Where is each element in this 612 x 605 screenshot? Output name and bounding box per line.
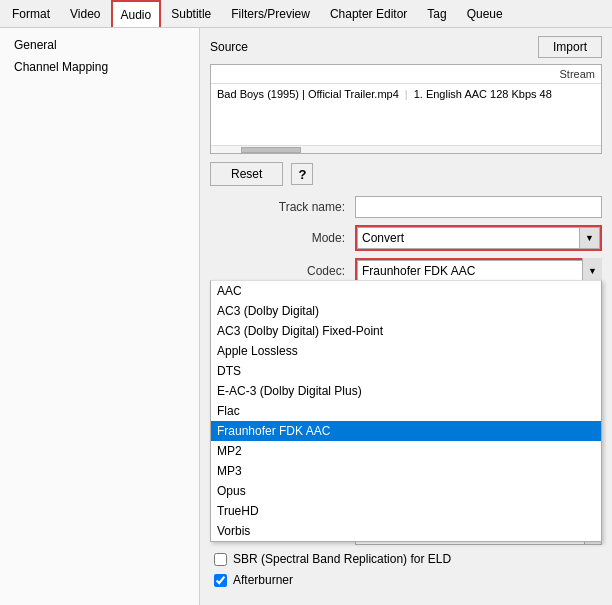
codec-select-header[interactable]: Fraunhofer FDK AAC ▼ [357,260,600,282]
source-stream-header: Stream [211,65,601,84]
codec-option-ac3[interactable]: AC3 (Dolby Digital) [211,301,601,321]
afterburner-checkbox[interactable] [214,574,227,587]
track-name-label: Track name: [210,200,355,214]
source-file-row: Bad Boys (1995) | Official Trailer.mp4 |… [211,84,601,104]
codec-label: Codec: [210,264,355,278]
codec-option-mp3[interactable]: MP3 [211,461,601,481]
codec-dropdown-list: AAC AC3 (Dolby Digital) AC3 (Dolby Digit… [210,280,602,542]
reset-row: Reset ? [210,162,602,186]
mode-select-arrow: ▼ [579,228,599,248]
source-header: Source Import [210,36,602,58]
scrollbar-thumb[interactable] [241,147,301,153]
codec-option-ac3-fixed[interactable]: AC3 (Dolby Digital) Fixed-Point [211,321,601,341]
menu-queue[interactable]: Queue [457,0,513,27]
menu-tag[interactable]: Tag [417,0,456,27]
codec-control: Fraunhofer FDK AAC ▼ AAC AC3 (Dolby Digi… [355,258,602,284]
track-name-input[interactable] [355,196,602,218]
codec-option-dts[interactable]: DTS [211,361,601,381]
mode-select[interactable]: Convert ▼ [357,227,600,249]
codec-option-truehd[interactable]: TrueHD [211,501,601,521]
horizontal-scrollbar[interactable] [211,145,601,153]
codec-section-wrapper: Codec: Fraunhofer FDK AAC ▼ AAC AC3 (Dol… [210,258,602,284]
codec-selected-value: Fraunhofer FDK AAC [362,264,475,278]
menu-video[interactable]: Video [60,0,110,27]
sidebar: General Channel Mapping [0,28,200,605]
sbd-eld-row: SBR (Spectral Band Replication) for ELD [210,552,602,566]
help-button[interactable]: ? [291,163,313,185]
codec-option-fraunhofer[interactable]: Fraunhofer FDK AAC [211,421,601,441]
sbd-eld-checkbox[interactable] [214,553,227,566]
codec-option-apple-lossless[interactable]: Apple Lossless [211,341,601,361]
mode-value: Convert [362,231,595,245]
main-layout: General Channel Mapping Source Import St… [0,28,612,605]
menu-chapter-editor[interactable]: Chapter Editor [320,0,417,27]
content-area: Source Import Stream Bad Boys (1995) | O… [200,28,612,605]
stream-header-label: Stream [560,68,595,80]
codec-option-mp2[interactable]: MP2 [211,441,601,461]
mode-label: Mode: [210,231,355,245]
codec-option-aac[interactable]: AAC [211,281,601,301]
source-label: Source [210,40,248,54]
mode-select-border: Convert ▼ [355,225,602,251]
codec-option-eac3[interactable]: E-AC-3 (Dolby Digital Plus) [211,381,601,401]
afterburner-label: Afterburner [233,573,293,587]
menu-format[interactable]: Format [2,0,60,27]
mode-row: Mode: Convert ▼ [210,225,602,251]
source-box: Stream Bad Boys (1995) | Official Traile… [210,64,602,154]
import-button[interactable]: Import [538,36,602,58]
reset-button[interactable]: Reset [210,162,283,186]
source-file-label: Bad Boys (1995) | Official Trailer.mp4 [217,88,399,100]
menu-filters-preview[interactable]: Filters/Preview [221,0,320,27]
mode-select-wrapper: Convert ▼ [355,225,602,251]
track-name-row: Track name: [210,196,602,218]
codec-dropdown-border: Fraunhofer FDK AAC ▼ AAC AC3 (Dolby Digi… [355,258,602,284]
codec-option-vorbis[interactable]: Vorbis [211,521,601,541]
afterburner-row: Afterburner [210,573,602,587]
menu-subtitle[interactable]: Subtitle [161,0,221,27]
codec-row: Codec: Fraunhofer FDK AAC ▼ AAC AC3 (Dol… [210,258,602,284]
codec-option-opus[interactable]: Opus [211,481,601,501]
sbd-eld-label: SBR (Spectral Band Replication) for ELD [233,552,451,566]
track-name-field-wrapper [355,196,602,218]
codec-option-flac[interactable]: Flac [211,401,601,421]
sidebar-item-general[interactable]: General [0,34,199,56]
menubar: Format Video Audio Subtitle Filters/Prev… [0,0,612,28]
stream-value-label: 1. English AAC 128 Kbps 48 [414,88,552,100]
sidebar-item-channel-mapping[interactable]: Channel Mapping [0,56,199,78]
menu-audio[interactable]: Audio [111,0,162,27]
